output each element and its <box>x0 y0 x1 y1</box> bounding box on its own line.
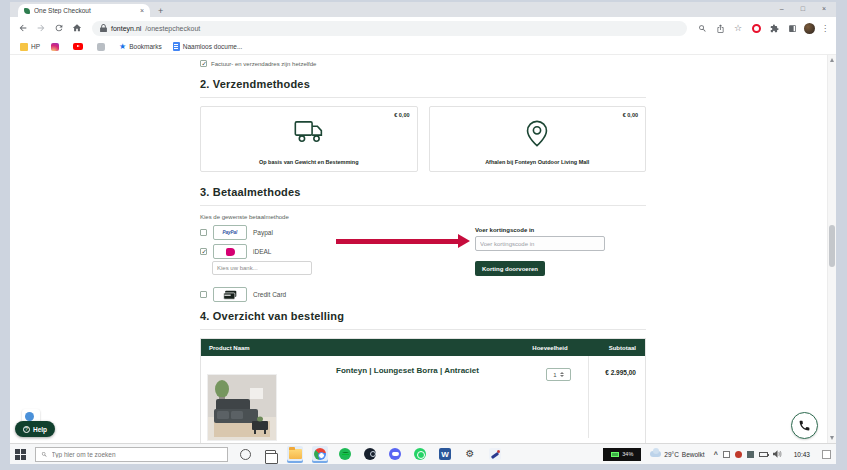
search-icon <box>41 451 48 458</box>
bookmark-folder-bookmarks[interactable]: ★Bookmarks <box>119 43 162 51</box>
payment-method-paypal: PayPal Paypal <box>200 225 273 240</box>
chrome-menu-icon[interactable]: ⋮ <box>821 24 829 33</box>
tab-one-step-checkout[interactable]: One Step Checkout × <box>18 4 150 17</box>
steam-icon[interactable] <box>362 446 378 463</box>
instagram-icon <box>51 43 59 51</box>
tray-expand-icon[interactable]: ^ <box>714 451 718 458</box>
start-button-icon[interactable] <box>15 449 26 460</box>
shipping-section-title: 2. Verzendmethodes <box>200 78 646 90</box>
new-tab-button[interactable]: + <box>158 6 163 16</box>
battery-icon[interactable] <box>759 452 768 457</box>
creditcard-checkbox[interactable] <box>200 291 207 298</box>
phone-call-button[interactable] <box>791 412 818 439</box>
vertical-scrollbar[interactable] <box>827 55 836 443</box>
quantity-stepper[interactable]: 1 <box>546 368 571 381</box>
taskbar-clock[interactable]: 10:43 <box>794 451 810 458</box>
map-pin-icon <box>430 120 646 147</box>
col-product-name: Product Naam <box>201 345 515 351</box>
payment-method-creditcard: Credit Card <box>200 287 286 302</box>
bookmark-star-icon[interactable]: ☆ <box>732 22 744 34</box>
tray-utility-icon[interactable] <box>747 451 754 458</box>
apply-discount-button[interactable]: Korting doorvoeren <box>475 261 545 276</box>
order-table: Product Naam Hoeveelheid Subtotaal <box>200 338 646 443</box>
phone-icon <box>798 419 811 432</box>
overview-section-title: 4. Overzicht van bestelling <box>200 310 646 322</box>
zoom-search-icon[interactable] <box>696 22 708 34</box>
stepper-arrows-icon[interactable] <box>560 372 564 377</box>
scroll-down-icon[interactable] <box>830 436 834 440</box>
back-icon[interactable] <box>17 22 29 34</box>
browser-toolbar: fonteyn.nl/onestepcheckout ☆ ⋮ <box>10 17 836 39</box>
scrollbar-thumb[interactable] <box>829 225 835 267</box>
taskbar-search[interactable] <box>35 447 228 462</box>
annotation-arrow <box>336 234 470 248</box>
bookmarks-bar: HP ★Bookmarks Naamloos docume... <box>10 39 836 55</box>
tab-close-icon[interactable]: × <box>140 7 144 14</box>
home-icon[interactable] <box>71 22 83 34</box>
word-icon[interactable]: W <box>437 446 453 463</box>
address-bar[interactable]: fonteyn.nl/onestepcheckout <box>92 21 687 36</box>
discount-input[interactable] <box>475 236 605 251</box>
pen-app-icon[interactable] <box>487 446 503 463</box>
billing-same-checkbox[interactable] <box>200 60 207 67</box>
help-label: Help <box>33 426 47 433</box>
divider <box>200 205 646 206</box>
docs-icon <box>173 42 180 51</box>
share-icon[interactable] <box>714 22 726 34</box>
battery-indicator[interactable]: 34% <box>603 448 641 461</box>
maximize-button[interactable]: □ <box>801 4 805 14</box>
battery-percent: 34% <box>622 451 633 457</box>
extensions-puzzle-icon[interactable] <box>768 22 780 34</box>
tray-app-icon[interactable] <box>723 451 730 458</box>
divider <box>200 329 646 330</box>
whatsapp-icon[interactable] <box>412 446 428 463</box>
quantity-value: 1 <box>553 372 556 378</box>
antivirus-icon[interactable] <box>735 451 742 458</box>
weather-widget[interactable]: 29°C Bewolkt <box>650 451 704 458</box>
chrome-icon[interactable] <box>312 446 328 463</box>
volume-icon[interactable] <box>773 450 782 458</box>
ideal-label: iDEAL <box>253 248 271 255</box>
taskbar-search-input[interactable] <box>52 451 222 458</box>
shipping-method-weight-destination[interactable]: € 0,00 Op basis van Gewicht en Bestemmin… <box>200 106 418 172</box>
minimize-button[interactable]: – <box>780 4 784 14</box>
fonteyn-favicon-icon <box>24 8 30 14</box>
bookmark-youtube[interactable] <box>73 43 86 50</box>
column-divider <box>588 356 589 438</box>
bookmarks-star-icon: ★ <box>119 43 126 51</box>
bookmark-instagram[interactable] <box>51 43 62 51</box>
close-button[interactable]: × <box>822 4 826 14</box>
billing-same-label: Factuur- en verzendadres zijn hetzelfde <box>211 61 316 67</box>
extension-red-icon[interactable] <box>750 22 762 34</box>
col-quantity: Hoeveelheid <box>515 345 585 351</box>
shipping-method-pickup[interactable]: € 0,00 Afhalen bij Fonteyn Outdoor Livin… <box>429 106 647 172</box>
credit-card-icon <box>213 287 247 302</box>
payment-method-ideal: iDEAL <box>200 244 271 259</box>
bookmark-naamloos-document[interactable]: Naamloos docume... <box>173 42 243 51</box>
windows-taskbar: W ⚙ 34% 29°C Bewolkt ^ 10:43 <box>10 443 836 464</box>
creditcard-label: Credit Card <box>253 291 286 298</box>
paypal-checkbox[interactable] <box>200 229 207 236</box>
side-panel-icon[interactable] <box>786 22 798 34</box>
settings-gear-icon[interactable]: ⚙ <box>462 446 478 463</box>
shipping-method-label: Op basis van Gewicht en Bestemming <box>201 159 417 165</box>
profile-avatar[interactable] <box>804 23 815 34</box>
spotify-icon[interactable] <box>337 446 353 463</box>
task-view-icon[interactable] <box>262 446 278 463</box>
forward-icon[interactable] <box>35 22 47 34</box>
cortana-icon[interactable] <box>237 446 253 463</box>
system-tray: ^ <box>714 450 782 458</box>
ideal-checkbox[interactable] <box>200 248 207 255</box>
bookmark-hp[interactable]: HP <box>20 43 40 51</box>
file-explorer-icon[interactable] <box>287 446 303 463</box>
payment-section-title: 3. Betaalmethodes <box>200 186 646 198</box>
site-icon <box>97 43 105 51</box>
discord-icon[interactable] <box>387 446 403 463</box>
reload-icon[interactable] <box>53 22 65 34</box>
scroll-up-icon[interactable] <box>830 58 834 62</box>
show-desktop-button[interactable] <box>822 450 831 459</box>
bank-select[interactable]: Kies uw bank... <box>212 261 312 275</box>
paypal-logo: PayPal <box>213 225 247 240</box>
bookmark-site[interactable] <box>97 43 108 51</box>
help-button[interactable]: ? Help <box>15 421 55 437</box>
